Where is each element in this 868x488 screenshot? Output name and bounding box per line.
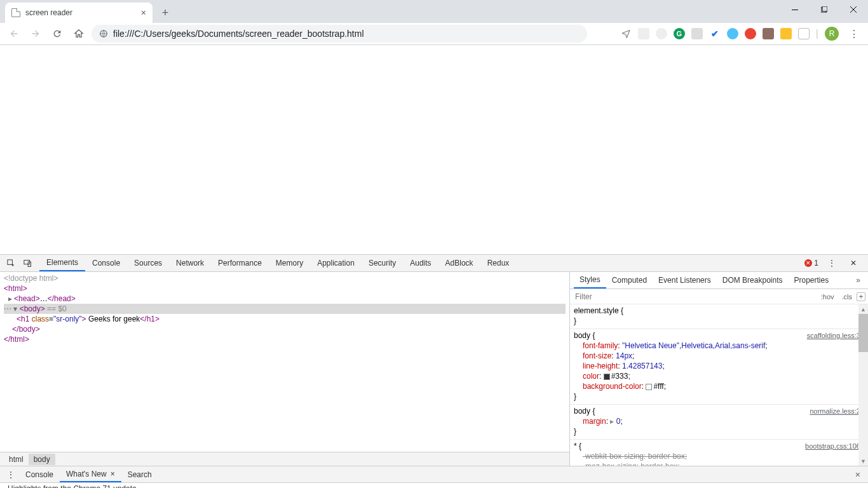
ext-icon[interactable] <box>638 28 649 39</box>
devtools-tab-console[interactable]: Console <box>85 255 127 271</box>
breadcrumb-item[interactable]: body <box>29 454 55 465</box>
styles-filter-row: :hov .cls + <box>570 289 868 304</box>
svg-rect-2 <box>822 6 827 11</box>
devtools-tab-network[interactable]: Network <box>169 255 211 271</box>
sidebar-tab-computed[interactable]: Computed <box>606 272 653 288</box>
browser-chrome: screen reader × + file:///C:/Users/geeks… <box>0 0 868 45</box>
sidebar-tabs: Styles Computed Event Listeners DOM Brea… <box>570 272 868 289</box>
page-viewport <box>0 45 868 254</box>
extension-icons: G ✔ | R ⋮ <box>620 27 863 41</box>
tab-close-button[interactable]: × <box>141 8 146 18</box>
new-style-rule-button[interactable]: + <box>857 292 865 301</box>
sidebar-tab-dombreakpoints[interactable]: DOM Breakpoints <box>717 272 789 288</box>
drawer-close-button[interactable]: × <box>850 470 865 480</box>
ext-icon[interactable] <box>656 28 667 39</box>
ext-icon[interactable] <box>620 28 632 39</box>
svg-rect-0 <box>792 10 798 10</box>
styles-rules[interactable]: element.style { } scaffolding.less:32 bo… <box>570 304 868 466</box>
styles-scrollbar[interactable]: ▲ ▼ <box>858 304 868 466</box>
forward-button[interactable] <box>27 25 44 43</box>
hov-toggle[interactable]: :hov <box>818 292 837 301</box>
ext-icon[interactable] <box>745 28 756 39</box>
drawer-tab-whatsnew[interactable]: What's New× <box>60 466 121 482</box>
address-bar[interactable]: file:///C:/Users/geeks/Documents/screen_… <box>92 25 587 43</box>
devtools-main: <!doctype html> <html> ▸ <head>…</head> … <box>0 272 868 466</box>
devtools: Elements Console Sources Network Perform… <box>0 254 868 488</box>
devtools-settings-button[interactable]: ⋮ <box>824 255 840 271</box>
back-button[interactable] <box>5 25 23 43</box>
devtools-tab-application[interactable]: Application <box>310 255 362 271</box>
devtools-tab-security[interactable]: Security <box>362 255 403 271</box>
sidebar-tab-styles[interactable]: Styles <box>574 272 606 288</box>
source-link[interactable]: normalize.less:20 <box>810 406 864 416</box>
window-controls <box>780 0 868 19</box>
breadcrumb-item[interactable]: html <box>4 454 29 465</box>
ext-icon[interactable] <box>780 28 792 39</box>
drawer-tab-console[interactable]: Console <box>19 466 60 482</box>
dom-breadcrumb: html body <box>0 452 569 466</box>
file-icon <box>11 8 20 17</box>
elements-panel: <!doctype html> <html> ▸ <head>…</head> … <box>0 272 569 466</box>
svg-rect-7 <box>24 260 29 264</box>
drawer-body: Highlights from the Chrome 71 update <box>0 483 868 488</box>
maximize-button[interactable] <box>810 0 839 19</box>
devtools-tab-adblock[interactable]: AdBlock <box>438 255 480 271</box>
ext-icon[interactable] <box>727 28 738 39</box>
ext-icon[interactable] <box>763 28 774 39</box>
devtools-tabstrip: Elements Console Sources Network Perform… <box>0 255 868 272</box>
source-link[interactable]: bootstrap.css:1062 <box>805 441 864 451</box>
console-drawer: ⋮ Console What's New× Search × Highlight… <box>0 466 868 488</box>
devtools-tab-audits[interactable]: Audits <box>403 255 438 271</box>
devtools-tab-elements[interactable]: Elements <box>39 255 85 271</box>
sidebar-more-button[interactable]: » <box>852 276 864 285</box>
devtools-tab-memory[interactable]: Memory <box>269 255 310 271</box>
inspect-element-button[interactable] <box>3 255 19 271</box>
cls-toggle[interactable]: .cls <box>839 292 856 301</box>
devtools-tabs: Elements Console Sources Network Perform… <box>39 255 516 271</box>
ext-icon[interactable]: ✔ <box>709 28 721 39</box>
drawer-tabs: ⋮ Console What's New× Search × <box>0 466 868 483</box>
close-window-button[interactable] <box>839 0 868 19</box>
dom-tree[interactable]: <!doctype html> <html> ▸ <head>…</head> … <box>0 272 569 452</box>
error-count[interactable]: ✕1 <box>804 259 818 268</box>
sidebar-tab-eventlisteners[interactable]: Event Listeners <box>653 272 717 288</box>
url-text: file:///C:/Users/geeks/Documents/screen_… <box>113 29 364 39</box>
minimize-button[interactable] <box>780 0 810 19</box>
browser-menu-button[interactable]: ⋮ <box>845 28 863 40</box>
reload-button[interactable] <box>48 25 66 43</box>
ext-icon[interactable] <box>798 28 810 39</box>
devtools-tab-redux[interactable]: Redux <box>480 255 517 271</box>
toolbar: file:///C:/Users/geeks/Documents/screen_… <box>0 23 868 45</box>
ext-icon[interactable]: G <box>674 28 685 39</box>
source-link[interactable]: scaffolding.less:32 <box>807 330 864 341</box>
home-button[interactable] <box>70 25 88 43</box>
devtools-tab-performance[interactable]: Performance <box>211 255 269 271</box>
devtools-tab-sources[interactable]: Sources <box>127 255 169 271</box>
devtools-close-button[interactable]: ✕ <box>845 255 862 271</box>
new-tab-button[interactable]: + <box>156 4 174 22</box>
profile-avatar[interactable]: R <box>825 27 839 41</box>
browser-tab[interactable]: screen reader × <box>5 3 153 23</box>
tab-strip: screen reader × + <box>0 0 868 23</box>
device-toolbar-button[interactable] <box>19 255 36 271</box>
drawer-menu-button[interactable]: ⋮ <box>3 466 19 483</box>
drawer-tab-search[interactable]: Search <box>121 466 158 482</box>
close-icon[interactable]: × <box>111 470 115 478</box>
ext-icon[interactable] <box>691 28 703 39</box>
sidebar-tab-properties[interactable]: Properties <box>788 272 834 288</box>
styles-sidebar: Styles Computed Event Listeners DOM Brea… <box>569 272 868 466</box>
styles-filter-input[interactable] <box>570 292 818 301</box>
globe-icon <box>99 29 108 38</box>
tab-title: screen reader <box>25 8 72 17</box>
